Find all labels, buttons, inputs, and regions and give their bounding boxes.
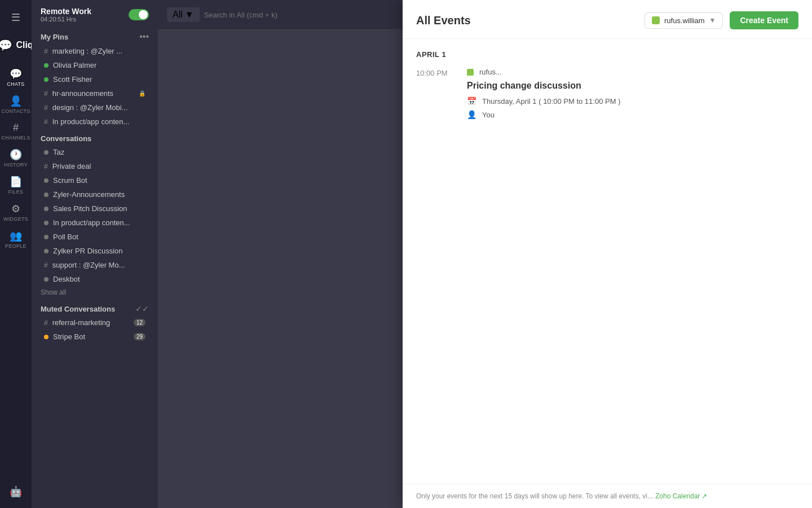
sidebar-item-history[interactable]: 🕐 HISTORY bbox=[2, 145, 29, 171]
conv-text: Scrum Bot bbox=[53, 176, 145, 185]
sidebar-item-files[interactable]: 📄 FILES bbox=[2, 172, 29, 198]
muted-badge: 12 bbox=[134, 319, 145, 326]
event-organizer-detail: 👤 You bbox=[467, 110, 798, 119]
sidebar-item-chats[interactable]: 💬 CHATS bbox=[2, 64, 29, 90]
zoho-calendar-link[interactable]: Zoho Calendar ↗ bbox=[655, 492, 707, 500]
conv-text: Private deal bbox=[52, 162, 145, 170]
muted-item-referral[interactable]: # referral-marketing 12 bbox=[35, 316, 155, 330]
muted-text: referral-marketing bbox=[52, 318, 129, 327]
away-dot bbox=[44, 335, 48, 339]
calendar-color-dot bbox=[467, 69, 474, 76]
chats-icon: 💬 bbox=[10, 68, 22, 80]
nav-items: 💬 CHATS 👤 CONTACTS # CHANNELS 🕐 HISTORY … bbox=[2, 64, 29, 480]
user-selector-dropdown[interactable]: rufus.william ▼ bbox=[645, 12, 723, 29]
muted-title: Muted Conversations bbox=[41, 305, 115, 313]
pin-text: design : @Zyler Mobi... bbox=[52, 103, 145, 112]
footer-text: Only your events for the next 15 days wi… bbox=[416, 492, 653, 500]
offline-dot bbox=[44, 249, 48, 253]
search-filter-dropdown[interactable]: All ▼ bbox=[167, 7, 200, 22]
people-icon: 👥 bbox=[10, 230, 22, 242]
external-link-icon: ↗ bbox=[701, 492, 707, 500]
pin-item-scott[interactable]: Scott Fisher bbox=[35, 72, 155, 86]
conv-item-in-product[interactable]: In product/app conten... bbox=[35, 216, 155, 230]
event-date-detail: 📅 Thursday, April 1 ( 10:00 PM to 11:00 … bbox=[467, 97, 798, 106]
hash-icon: # bbox=[44, 47, 48, 55]
pin-text: marketing : @Zyler ... bbox=[52, 47, 145, 55]
muted-text: Stripe Bot bbox=[53, 332, 129, 341]
offline-dot bbox=[44, 178, 48, 183]
conv-text: Zyler-Announcements bbox=[53, 190, 145, 199]
chevron-down-icon: ▼ bbox=[709, 16, 716, 24]
sidebar-item-contacts[interactable]: 👤 CONTACTS bbox=[2, 91, 29, 117]
conv-text: Sales Pitch Discussion bbox=[53, 204, 145, 213]
create-event-button[interactable]: Create Event bbox=[730, 11, 798, 29]
conv-item-private-deal[interactable]: # Private deal bbox=[35, 159, 155, 173]
conv-text: Zylker PR Discussion bbox=[53, 247, 145, 255]
conv-item-zyler-announcements[interactable]: Zyler-Announcements bbox=[35, 187, 155, 202]
sidebar-header: Remote Work 04:20:51 Hrs bbox=[32, 0, 158, 27]
offline-dot bbox=[44, 221, 48, 225]
calendar-body: APRIL 1 10:00 PM rufus... Pricing change… bbox=[403, 39, 812, 484]
pin-item-product[interactable]: # In product/app conten... bbox=[35, 115, 155, 129]
conv-text: Deskbot bbox=[53, 275, 145, 283]
my-pins-title: My Pins bbox=[41, 33, 68, 41]
bot-icon: 🤖 bbox=[10, 485, 22, 498]
conversations-header: Conversations bbox=[32, 129, 158, 145]
conv-item-sales-pitch[interactable]: Sales Pitch Discussion bbox=[35, 202, 155, 216]
my-pins-header: My Pins ••• bbox=[32, 27, 158, 44]
pin-item-olivia[interactable]: Olivia Palmer bbox=[35, 58, 155, 72]
channels-icon: # bbox=[13, 122, 19, 134]
nav-bot-button[interactable]: 🤖 bbox=[2, 482, 29, 501]
event-calendar-detail: rufus... bbox=[467, 68, 798, 76]
files-icon: 📄 bbox=[10, 176, 22, 188]
conv-item-poll-bot[interactable]: Poll Bot bbox=[35, 230, 155, 244]
user-selector-text: rufus.william bbox=[664, 16, 705, 25]
app-name: Cliq bbox=[16, 40, 33, 50]
conversations-title: Conversations bbox=[41, 134, 91, 143]
offline-dot bbox=[44, 207, 48, 211]
muted-header: Muted Conversations ✓✓ bbox=[32, 299, 158, 316]
workspace-toggle[interactable] bbox=[129, 9, 149, 20]
hash-icon: # bbox=[44, 163, 48, 170]
event-time: 10:00 PM bbox=[416, 68, 456, 124]
my-pins-more-button[interactable]: ••• bbox=[139, 32, 149, 42]
pin-item-hr[interactable]: # hr-announcements 🔒 bbox=[35, 86, 155, 100]
conv-text: In product/app conten... bbox=[53, 218, 145, 227]
conv-text: support : @Zyler Mo... bbox=[52, 261, 145, 269]
offline-dot bbox=[44, 235, 48, 239]
main-content: All ▼ ✕ Laughing at our... Laughing a...… bbox=[158, 0, 812, 508]
pin-item-marketing[interactable]: # marketing : @Zyler ... bbox=[35, 44, 155, 58]
calendar-panel: All Events rufus.william ▼ Create Event … bbox=[403, 0, 812, 508]
sidebar-item-widgets[interactable]: ⚙ WIDGETS bbox=[2, 199, 29, 225]
conv-item-support[interactable]: # support : @Zyler Mo... bbox=[35, 258, 155, 272]
offline-dot bbox=[44, 192, 48, 197]
sidebar-item-people[interactable]: 👥 PEOPLE bbox=[2, 226, 29, 252]
event-organizer-text: You bbox=[482, 111, 495, 119]
pin-item-design[interactable]: # design : @Zyler Mobi... bbox=[35, 100, 155, 115]
widgets-icon: ⚙ bbox=[11, 203, 20, 215]
event-date-text: Thursday, April 1 ( 10:00 PM to 11:00 PM… bbox=[482, 97, 620, 106]
nav-bottom: 🤖 bbox=[2, 482, 29, 501]
date-section-label: APRIL 1 bbox=[416, 50, 798, 59]
contacts-icon: 👤 bbox=[10, 95, 22, 107]
conv-item-deskbot[interactable]: Deskbot bbox=[35, 272, 155, 286]
hash-icon: # bbox=[44, 261, 48, 269]
show-all-button[interactable]: Show all bbox=[32, 286, 158, 299]
pin-text: Scott Fisher bbox=[53, 75, 145, 84]
conv-item-scrum-bot[interactable]: Scrum Bot bbox=[35, 173, 155, 187]
muted-badge: 29 bbox=[134, 333, 145, 340]
conv-item-zylker-pr[interactable]: Zylker PR Discussion bbox=[35, 244, 155, 258]
muted-item-stripe-bot[interactable]: Stripe Bot 29 bbox=[35, 330, 155, 344]
event-card[interactable]: rufus... Pricing change discussion 📅 Thu… bbox=[467, 68, 798, 124]
conv-text: Taz bbox=[53, 148, 145, 156]
hash-icon: # bbox=[44, 90, 48, 98]
calendar-title: All Events bbox=[416, 14, 471, 27]
pin-text: hr-announcements bbox=[52, 89, 134, 98]
conv-item-taz[interactable]: Taz bbox=[35, 145, 155, 159]
hash-icon: # bbox=[44, 104, 48, 112]
hamburger-button[interactable]: ☰ bbox=[7, 7, 25, 28]
sidebar-item-channels[interactable]: # CHANNELS bbox=[2, 119, 29, 144]
workspace-info: Remote Work 04:20:51 Hrs bbox=[41, 7, 91, 23]
pin-text: In product/app conten... bbox=[52, 117, 145, 126]
online-dot bbox=[44, 63, 48, 68]
